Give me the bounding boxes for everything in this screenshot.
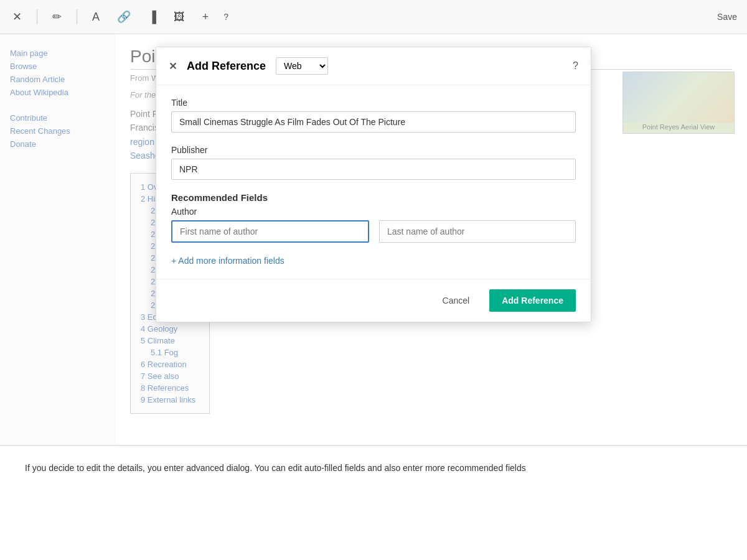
add-reference-button[interactable]: Add Reference	[489, 289, 576, 312]
caption-text: If you decide to edit the details, you e…	[25, 461, 722, 475]
plus-icon[interactable]: +	[200, 8, 212, 26]
help-icon[interactable]: ?	[223, 12, 228, 22]
reference-type-select[interactable]: Web Book Journal News	[276, 57, 328, 75]
toolbar-divider-2	[77, 9, 77, 24]
modal-backdrop: ✕ Add Reference Web Book Journal News ? …	[0, 34, 747, 445]
author-first-name-input[interactable]	[171, 220, 369, 243]
publisher-form-group: Publisher	[171, 145, 576, 180]
toolbar-divider	[37, 9, 37, 24]
recommended-fields-label: Recommended Fields	[171, 192, 576, 203]
add-reference-modal: ✕ Add Reference Web Book Journal News ? …	[156, 47, 591, 322]
format-block-icon[interactable]: ▐	[146, 8, 159, 26]
modal-body: Title Publisher Recommended Fields Autho…	[156, 85, 591, 279]
pencil-icon[interactable]: ✏	[50, 7, 64, 26]
publisher-label: Publisher	[171, 145, 576, 155]
modal-footer: Cancel Add Reference	[156, 279, 591, 322]
recommended-fields-section: Recommended Fields Author	[171, 192, 576, 243]
publisher-input[interactable]	[171, 159, 576, 180]
title-form-group: Title	[171, 98, 576, 133]
close-icon[interactable]: ✕	[10, 7, 24, 26]
author-label: Author	[171, 207, 576, 217]
modal-title: Add Reference	[187, 60, 266, 73]
cancel-button[interactable]: Cancel	[433, 291, 480, 310]
modal-close-button[interactable]: ✕	[169, 60, 177, 72]
link-icon[interactable]: 🔗	[115, 7, 133, 26]
author-last-name-input[interactable]	[379, 220, 576, 243]
modal-header: ✕ Add Reference Web Book Journal News ?	[156, 47, 591, 85]
title-label: Title	[171, 98, 576, 108]
caption-area: If you decide to edit the details, you e…	[0, 446, 747, 490]
author-row	[171, 220, 576, 243]
modal-help-icon[interactable]: ?	[573, 60, 578, 72]
image-icon[interactable]: 🖼	[171, 8, 187, 26]
text-format-icon[interactable]: A	[90, 8, 102, 26]
add-more-fields-link[interactable]: Add more information fields	[171, 256, 284, 266]
title-input[interactable]	[171, 111, 576, 133]
save-button[interactable]: Save	[717, 12, 737, 22]
editor-toolbar: ✕ ✏ A 🔗 ▐ 🖼 + ? Save	[0, 0, 747, 34]
